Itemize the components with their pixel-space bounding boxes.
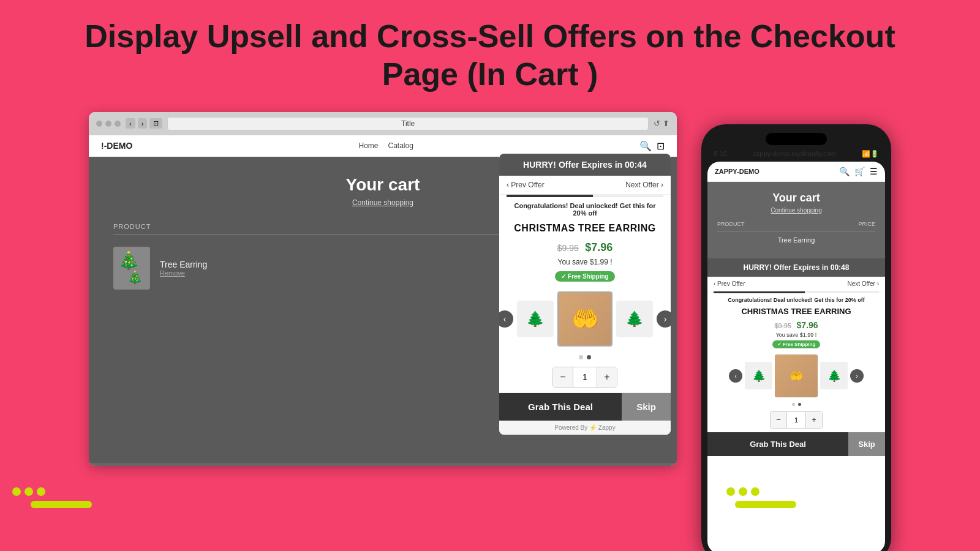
earring-icon-3: 🌲 — [625, 310, 644, 328]
phone-carousel-dots — [707, 401, 885, 408]
phone-prev-offer-button[interactable]: ‹ Prev Offer — [714, 280, 745, 287]
browser-share-button[interactable]: ⬆ — [663, 119, 669, 128]
phone-carousel-img-3: 🌲 — [820, 362, 848, 389]
decorative-dots-left — [12, 487, 45, 496]
phone-item-name: Tree Earring — [717, 236, 875, 244]
decorative-bar-left — [31, 501, 92, 508]
carousel-prev-button[interactable]: ‹ — [499, 310, 513, 328]
browser-mockup: ‹ › ⊡ Title ↺ ⬆ !-DEMO Home Catalog — [89, 112, 677, 466]
quantity-increase-button[interactable]: + — [597, 367, 617, 387]
powered-by-text: Powered By — [554, 424, 587, 431]
phone-original-price: $9.95 — [774, 322, 791, 329]
phone-signal-icons: 📶🔋 — [862, 150, 879, 158]
phone-quantity-input[interactable] — [786, 412, 806, 428]
popup-price: $9.95 $7.96 — [499, 239, 671, 257]
next-offer-button[interactable]: Next Offer › — [625, 181, 663, 189]
earring-image: 🎄 🎄 — [113, 247, 150, 290]
deco-dot-2 — [24, 487, 33, 496]
phone-sale-price: $7.96 — [796, 320, 818, 330]
popup-timer: HURRY! Offer Expires in 00:44 — [499, 154, 671, 176]
svg-text:🎄: 🎄 — [127, 270, 143, 285]
carousel-dot-2-active — [587, 355, 591, 359]
popup-deal-text: Congratulations! Deal unlocked! Get this… — [499, 202, 671, 220]
phone-url: zappy-demo.myshopify.com — [753, 150, 836, 157]
carousel-dots — [499, 353, 671, 362]
carousel-image-1: 🌲 — [517, 301, 554, 337]
phone-carousel-next-button[interactable]: › — [850, 369, 864, 383]
browser-action-buttons: ↺ ⬆ — [654, 119, 669, 128]
phone-store-header: ZAPPY-DEMO 🔍 🛒 ☰ — [707, 162, 885, 182]
popup-original-price: $9.95 — [557, 243, 579, 253]
cart-icon[interactable]: ⊡ — [657, 140, 665, 152]
phone-popup-progress-fill — [714, 291, 805, 293]
quantity-input[interactable] — [573, 367, 597, 387]
browser-reload-button[interactable]: ↺ — [654, 119, 660, 128]
deco-dot-1 — [12, 487, 21, 496]
browser-toolbar: ‹ › ⊡ Title ↺ ⬆ — [89, 112, 677, 135]
phone-free-shipping-badge: ✓ Free Shipping — [772, 340, 821, 348]
phone-menu-icon[interactable]: ☰ — [870, 167, 878, 176]
store-nav: Home Catalog — [358, 141, 413, 150]
phone-carousel-img-2-active: 🤲 — [775, 354, 818, 397]
carousel-next-button[interactable]: › — [657, 310, 671, 328]
carousel-image-3: 🌲 — [616, 301, 653, 337]
phone-product-name: CHRISTMAS TREE EARRING — [707, 305, 885, 318]
deco-dot-right-3 — [751, 487, 760, 496]
phone-notch — [766, 133, 827, 145]
browser-view-button[interactable]: ⊡ — [149, 118, 162, 129]
phone-cart-title: Your cart — [717, 192, 875, 204]
phone-popup-nav: ‹ Prev Offer Next Offer › — [707, 277, 885, 291]
phone-carousel: ‹ 🌲 🤲 🌲 › — [707, 351, 885, 401]
phone-skip-button[interactable]: Skip — [848, 432, 885, 456]
earring-icon-1: 🌲 — [526, 310, 545, 328]
phone-next-offer-button[interactable]: Next Offer › — [848, 280, 880, 287]
quantity-decrease-button[interactable]: − — [553, 367, 573, 387]
deco-dot-3 — [37, 487, 45, 496]
deco-dot-right-2 — [739, 487, 747, 496]
page-title: Display Upsell and Cross-Sell Offers on … — [0, 0, 980, 106]
phone-cart-header: PRODUCT PRICE — [717, 221, 875, 231]
browser-dot-red — [96, 121, 102, 127]
carousel-dot-1 — [579, 355, 583, 359]
phone-product-header: PRODUCT — [717, 221, 745, 227]
search-icon[interactable]: 🔍 — [639, 140, 652, 152]
phone-quantity-decrease-button[interactable]: − — [771, 412, 786, 428]
svg-text:🎄: 🎄 — [118, 250, 140, 271]
phone-dot-2-active — [798, 403, 801, 406]
nav-catalog[interactable]: Catalog — [388, 141, 413, 150]
popup-powered-by: Powered By ⚡ Zappy — [499, 421, 671, 435]
phone-search-icon[interactable]: 🔍 — [839, 167, 850, 176]
phone-savings: You save $1.99 ! — [707, 332, 885, 338]
phone-quantity-control: − + — [770, 411, 823, 429]
nav-home[interactable]: Home — [358, 141, 378, 150]
phone-status-bar: 8:10 zappy-demo.myshopify.com 📶🔋 — [707, 150, 885, 162]
phone-carousel-prev-button[interactable]: ‹ — [729, 369, 742, 383]
phone-time: 8:10 — [714, 150, 726, 157]
powered-brand: ⚡ Zappy — [589, 424, 616, 431]
phone-quantity-increase-button[interactable]: + — [806, 412, 822, 428]
grab-deal-button[interactable]: Grab This Deal — [499, 393, 622, 421]
phone-cart-icon[interactable]: 🛒 — [854, 167, 865, 176]
popup-free-shipping-badge: ✓ Free Shipping — [555, 271, 614, 282]
prev-offer-button[interactable]: ‹ Prev Offer — [507, 181, 545, 189]
browser-content: !-DEMO Home Catalog 🔍 ⊡ Your cart Contin… — [89, 135, 677, 466]
popup-carousel: ‹ 🌲 🤲 🌲 › — [499, 285, 671, 353]
phone-store-icons: 🔍 🛒 ☰ — [839, 167, 878, 176]
skip-button[interactable]: Skip — [622, 393, 671, 421]
deco-dot-right-1 — [726, 487, 735, 496]
popup-progress-fill — [507, 195, 593, 197]
browser-back-button[interactable]: ‹ — [126, 118, 135, 129]
browser-forward-button[interactable]: › — [138, 118, 148, 129]
store-logo: !-DEMO — [101, 141, 132, 151]
browser-url-bar[interactable]: Title — [167, 117, 649, 130]
browser-dot-green — [115, 121, 121, 127]
phone-continue-shopping[interactable]: Continue shopping — [717, 207, 875, 214]
browser-dot-yellow — [105, 121, 111, 127]
phone-carousel-images: 🌲 🤲 🌲 — [745, 354, 848, 397]
phone-popup: HURRY! Offer Expires in 00:48 ‹ Prev Off… — [707, 258, 885, 456]
carousel-image-2-active: 🤲 — [557, 291, 612, 347]
popup-quantity-control: − + — [552, 367, 617, 388]
store-icons: 🔍 ⊡ — [639, 140, 665, 152]
phone-cart-area: Your cart Continue shopping PRODUCT PRIC… — [707, 182, 885, 258]
phone-grab-deal-button[interactable]: Grab This Deal — [707, 432, 848, 456]
